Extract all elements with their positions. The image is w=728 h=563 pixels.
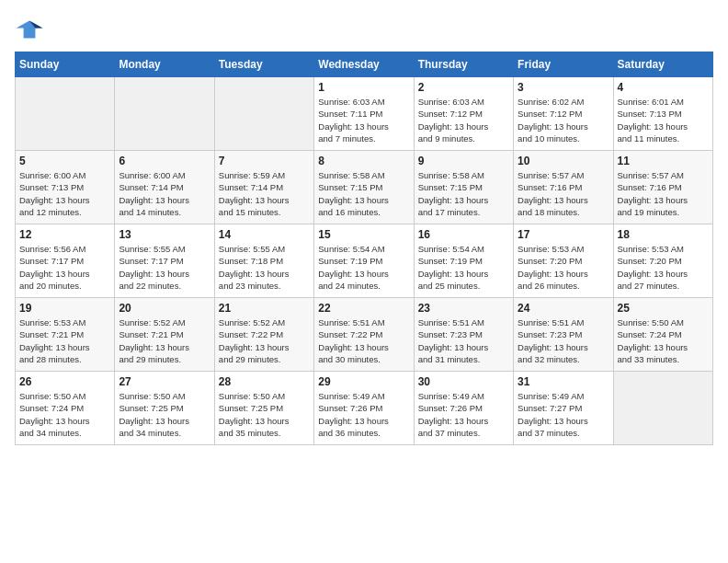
calendar-cell: 27Sunrise: 5:50 AM Sunset: 7:25 PM Dayli… <box>115 372 214 445</box>
column-header-monday: Monday <box>115 52 214 77</box>
day-info: Sunrise: 6:03 AM Sunset: 7:12 PM Dayligh… <box>418 96 509 144</box>
calendar-week-row: 19Sunrise: 5:53 AM Sunset: 7:21 PM Dayli… <box>16 298 713 372</box>
calendar-cell: 18Sunrise: 5:53 AM Sunset: 7:20 PM Dayli… <box>613 224 712 298</box>
column-header-friday: Friday <box>514 52 613 77</box>
calendar-cell: 31Sunrise: 5:49 AM Sunset: 7:27 PM Dayli… <box>514 372 613 445</box>
calendar-cell: 19Sunrise: 5:53 AM Sunset: 7:21 PM Dayli… <box>16 298 115 372</box>
calendar-cell: 30Sunrise: 5:49 AM Sunset: 7:26 PM Dayli… <box>414 372 513 445</box>
day-info: Sunrise: 5:50 AM Sunset: 7:25 PM Dayligh… <box>119 390 210 439</box>
day-info: Sunrise: 5:52 AM Sunset: 7:21 PM Dayligh… <box>119 316 210 365</box>
day-number: 25 <box>618 302 709 315</box>
day-info: Sunrise: 5:53 AM Sunset: 7:20 PM Dayligh… <box>518 243 609 292</box>
calendar-cell: 3Sunrise: 6:02 AM Sunset: 7:12 PM Daylig… <box>514 77 613 151</box>
day-info: Sunrise: 5:55 AM Sunset: 7:18 PM Dayligh… <box>219 243 310 292</box>
calendar-cell: 28Sunrise: 5:50 AM Sunset: 7:25 PM Dayli… <box>214 372 313 445</box>
calendar-cell: 9Sunrise: 5:58 AM Sunset: 7:15 PM Daylig… <box>414 151 513 224</box>
day-info: Sunrise: 5:51 AM Sunset: 7:22 PM Dayligh… <box>318 316 409 365</box>
calendar-cell: 13Sunrise: 5:55 AM Sunset: 7:17 PM Dayli… <box>115 224 214 298</box>
calendar-cell: 14Sunrise: 5:55 AM Sunset: 7:18 PM Dayli… <box>214 224 313 298</box>
day-info: Sunrise: 5:51 AM Sunset: 7:23 PM Dayligh… <box>418 316 509 365</box>
day-info: Sunrise: 5:58 AM Sunset: 7:15 PM Dayligh… <box>418 169 509 218</box>
calendar-header-row: SundayMondayTuesdayWednesdayThursdayFrid… <box>16 52 713 77</box>
day-info: Sunrise: 6:02 AM Sunset: 7:12 PM Dayligh… <box>518 96 609 144</box>
day-number: 16 <box>418 228 509 241</box>
day-info: Sunrise: 5:49 AM Sunset: 7:27 PM Dayligh… <box>518 390 609 439</box>
calendar-cell: 21Sunrise: 5:52 AM Sunset: 7:22 PM Dayli… <box>214 298 313 372</box>
day-info: Sunrise: 5:54 AM Sunset: 7:19 PM Dayligh… <box>418 243 509 292</box>
day-info: Sunrise: 5:53 AM Sunset: 7:20 PM Dayligh… <box>618 243 709 292</box>
calendar-week-row: 1Sunrise: 6:03 AM Sunset: 7:11 PM Daylig… <box>16 77 713 151</box>
day-info: Sunrise: 5:53 AM Sunset: 7:21 PM Dayligh… <box>19 316 110 365</box>
day-number: 15 <box>318 228 409 241</box>
calendar-cell: 4Sunrise: 6:01 AM Sunset: 7:13 PM Daylig… <box>613 77 712 151</box>
calendar-cell: 17Sunrise: 5:53 AM Sunset: 7:20 PM Dayli… <box>514 224 613 298</box>
day-number: 6 <box>119 155 210 167</box>
calendar-cell: 7Sunrise: 5:59 AM Sunset: 7:14 PM Daylig… <box>214 151 313 224</box>
day-number: 1 <box>318 81 409 94</box>
day-number: 2 <box>418 81 509 94</box>
logo <box>15 15 48 44</box>
calendar-cell: 29Sunrise: 5:49 AM Sunset: 7:26 PM Dayli… <box>314 372 414 445</box>
calendar-cell: 6Sunrise: 6:00 AM Sunset: 7:14 PM Daylig… <box>115 151 214 224</box>
day-number: 26 <box>19 375 110 388</box>
calendar-cell: 12Sunrise: 5:56 AM Sunset: 7:17 PM Dayli… <box>16 224 115 298</box>
day-info: Sunrise: 6:03 AM Sunset: 7:11 PM Dayligh… <box>318 96 409 144</box>
day-info: Sunrise: 5:51 AM Sunset: 7:23 PM Dayligh… <box>518 316 609 365</box>
calendar-cell: 10Sunrise: 5:57 AM Sunset: 7:16 PM Dayli… <box>514 151 613 224</box>
day-info: Sunrise: 6:00 AM Sunset: 7:13 PM Dayligh… <box>19 169 110 218</box>
calendar-cell: 5Sunrise: 6:00 AM Sunset: 7:13 PM Daylig… <box>16 151 115 224</box>
day-info: Sunrise: 5:57 AM Sunset: 7:16 PM Dayligh… <box>518 169 609 218</box>
day-info: Sunrise: 6:00 AM Sunset: 7:14 PM Dayligh… <box>119 169 210 218</box>
calendar-week-row: 5Sunrise: 6:00 AM Sunset: 7:13 PM Daylig… <box>16 151 713 224</box>
day-number: 11 <box>618 155 709 167</box>
day-info: Sunrise: 5:58 AM Sunset: 7:15 PM Dayligh… <box>318 169 409 218</box>
calendar-cell: 11Sunrise: 5:57 AM Sunset: 7:16 PM Dayli… <box>613 151 712 224</box>
calendar-cell <box>214 77 313 151</box>
calendar-cell: 24Sunrise: 5:51 AM Sunset: 7:23 PM Dayli… <box>514 298 613 372</box>
day-info: Sunrise: 5:59 AM Sunset: 7:14 PM Dayligh… <box>219 169 310 218</box>
day-info: Sunrise: 5:54 AM Sunset: 7:19 PM Dayligh… <box>318 243 409 292</box>
calendar-cell: 16Sunrise: 5:54 AM Sunset: 7:19 PM Dayli… <box>414 224 513 298</box>
day-info: Sunrise: 5:49 AM Sunset: 7:26 PM Dayligh… <box>318 390 409 439</box>
day-info: Sunrise: 5:50 AM Sunset: 7:24 PM Dayligh… <box>618 316 709 365</box>
day-number: 23 <box>418 302 509 315</box>
day-number: 22 <box>318 302 409 315</box>
column-header-thursday: Thursday <box>414 52 513 77</box>
day-info: Sunrise: 5:55 AM Sunset: 7:17 PM Dayligh… <box>119 243 210 292</box>
day-number: 21 <box>219 302 310 315</box>
day-number: 17 <box>518 228 609 241</box>
day-number: 28 <box>219 375 310 388</box>
calendar-cell <box>613 372 712 445</box>
day-number: 12 <box>19 228 110 241</box>
calendar-cell: 8Sunrise: 5:58 AM Sunset: 7:15 PM Daylig… <box>314 151 414 224</box>
day-number: 4 <box>618 81 709 94</box>
day-number: 30 <box>418 375 509 388</box>
calendar-cell <box>16 77 115 151</box>
day-info: Sunrise: 5:50 AM Sunset: 7:24 PM Dayligh… <box>19 390 110 439</box>
day-info: Sunrise: 5:49 AM Sunset: 7:26 PM Dayligh… <box>418 390 509 439</box>
day-number: 8 <box>318 155 409 167</box>
day-number: 29 <box>318 375 409 388</box>
calendar-cell: 15Sunrise: 5:54 AM Sunset: 7:19 PM Dayli… <box>314 224 414 298</box>
calendar-cell: 20Sunrise: 5:52 AM Sunset: 7:21 PM Dayli… <box>115 298 214 372</box>
calendar-week-row: 12Sunrise: 5:56 AM Sunset: 7:17 PM Dayli… <box>16 224 713 298</box>
day-number: 9 <box>418 155 509 167</box>
calendar-cell <box>115 77 214 151</box>
day-info: Sunrise: 6:01 AM Sunset: 7:13 PM Dayligh… <box>618 96 709 144</box>
day-info: Sunrise: 5:57 AM Sunset: 7:16 PM Dayligh… <box>618 169 709 218</box>
day-number: 13 <box>119 228 210 241</box>
day-info: Sunrise: 5:52 AM Sunset: 7:22 PM Dayligh… <box>219 316 310 365</box>
column-header-tuesday: Tuesday <box>214 52 313 77</box>
day-info: Sunrise: 5:56 AM Sunset: 7:17 PM Dayligh… <box>19 243 110 292</box>
day-number: 5 <box>19 155 110 167</box>
column-header-wednesday: Wednesday <box>314 52 414 77</box>
column-header-sunday: Sunday <box>16 52 115 77</box>
day-number: 19 <box>19 302 110 315</box>
header <box>15 15 713 44</box>
calendar-week-row: 26Sunrise: 5:50 AM Sunset: 7:24 PM Dayli… <box>16 372 713 445</box>
day-number: 3 <box>518 81 609 94</box>
calendar-cell: 25Sunrise: 5:50 AM Sunset: 7:24 PM Dayli… <box>613 298 712 372</box>
day-number: 10 <box>518 155 609 167</box>
calendar-cell: 1Sunrise: 6:03 AM Sunset: 7:11 PM Daylig… <box>314 77 414 151</box>
calendar-cell: 22Sunrise: 5:51 AM Sunset: 7:22 PM Dayli… <box>314 298 414 372</box>
